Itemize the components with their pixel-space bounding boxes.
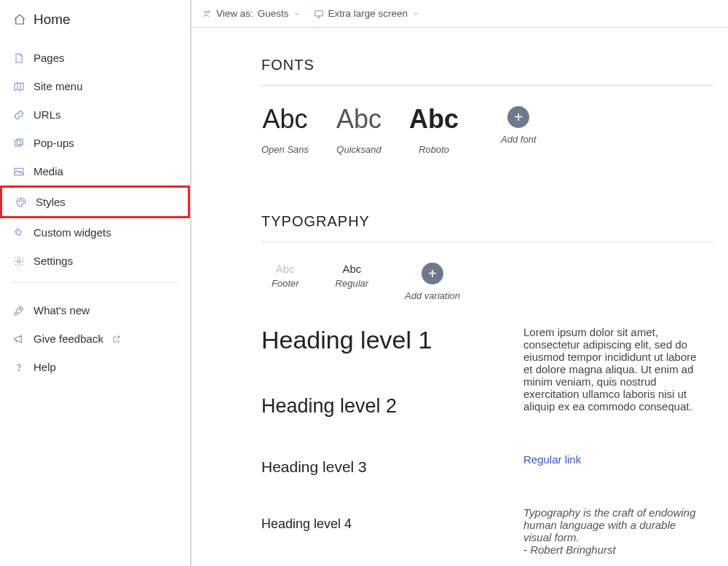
sidebar-item-label: Styles <box>36 196 66 208</box>
sidebar-item-styles[interactable]: Styles <box>0 186 190 218</box>
svg-point-8 <box>18 370 19 370</box>
font-sample: Abc <box>261 106 309 132</box>
plus-icon: + <box>507 106 529 128</box>
sidebar-item-label: Settings <box>33 255 73 267</box>
sidebar-item-pages[interactable]: Pages <box>0 44 190 72</box>
typography-variations: Abc Footer Abc Regular + Add variation <box>261 263 713 301</box>
sidebar-item-help[interactable]: Help <box>0 353 190 381</box>
quote-text[interactable]: Typography is the craft of endowing huma… <box>523 506 706 556</box>
typography-heading: TYPOGRAPHY <box>261 213 713 230</box>
sidebar-item-label: Media <box>33 165 63 178</box>
divider <box>261 242 713 242</box>
svg-rect-11 <box>314 10 323 15</box>
view-as-prefix: View as: <box>216 8 253 19</box>
person-icon <box>202 9 212 19</box>
content-scroll[interactable]: FONTS Abc Open Sans Abc Quicksand Abc Ro… <box>191 28 728 566</box>
sidebar-header[interactable]: Home <box>0 7 190 38</box>
topbar: View as: Guests Extra large screen <box>191 0 728 28</box>
sidebar-item-popups[interactable]: Pop-ups <box>0 129 190 157</box>
svg-point-4 <box>20 199 21 200</box>
sidebar-item-label: Give feedback <box>33 332 103 345</box>
typography-section: TYPOGRAPHY Abc Footer Abc Regular + Add … <box>261 213 713 556</box>
svg-point-10 <box>208 10 210 12</box>
sidebar-item-label: Pages <box>33 52 65 64</box>
sidebar-item-urls[interactable]: URLs <box>0 100 190 129</box>
fonts-heading: FONTS <box>261 57 713 73</box>
variation-sample: Abc <box>272 263 299 275</box>
sidebar-item-sitemenu[interactable]: Site menu <box>0 72 190 100</box>
variation-name: Regular <box>336 278 369 289</box>
media-icon <box>13 166 25 178</box>
svg-point-3 <box>19 201 20 202</box>
svg-point-6 <box>17 260 20 263</box>
chevron-down-icon <box>293 10 301 17</box>
svg-rect-1 <box>17 139 23 145</box>
sidebar-item-label: Site menu <box>33 80 83 92</box>
variation-name: Footer <box>272 278 299 289</box>
sidebar-item-customwidgets[interactable]: Custom widgets <box>0 218 190 247</box>
add-font-label: Add font <box>501 134 536 145</box>
puzzle-icon <box>13 227 25 239</box>
sidebar: Home Pages Site menu URLs Pop-ups Media <box>0 0 191 566</box>
heading-level-2[interactable]: Heading level 2 <box>261 395 480 418</box>
view-as-value: Guests <box>258 8 289 19</box>
rocket-icon <box>13 305 25 316</box>
plus-icon: + <box>422 263 443 284</box>
sidebar-item-feedback[interactable]: Give feedback <box>0 324 190 353</box>
sidebar-item-media[interactable]: Media <box>0 157 190 186</box>
sidebar-title: Home <box>33 12 71 28</box>
gear-icon <box>13 255 25 267</box>
font-tile-roboto[interactable]: Abc Roboto <box>409 106 459 155</box>
chevron-down-icon <box>412 10 419 17</box>
font-sample: Abc <box>409 106 459 132</box>
sidebar-item-label: Pop-ups <box>33 137 74 149</box>
screen-size-selector[interactable]: Extra large screen <box>314 8 420 19</box>
heading-level-1[interactable]: Heading level 1 <box>261 326 480 354</box>
sidebar-footer-group: What's new Give feedback Help <box>0 290 190 381</box>
map-icon <box>13 81 25 92</box>
add-variation-button[interactable]: + Add variation <box>405 263 460 301</box>
sidebar-item-label: URLs <box>33 108 61 121</box>
headings-column: Heading level 1 Heading level 2 Heading … <box>261 326 480 556</box>
svg-point-5 <box>23 201 23 202</box>
screen-size-value: Extra large screen <box>328 8 408 19</box>
svg-point-9 <box>205 10 207 12</box>
sidebar-main-group: Pages Site menu URLs Pop-ups Media Style… <box>0 38 190 275</box>
heading-level-3[interactable]: Heading level 3 <box>261 458 480 476</box>
megaphone-icon <box>13 333 25 345</box>
help-icon <box>13 362 25 373</box>
popup-icon <box>13 137 25 149</box>
fonts-row: Abc Open Sans Abc Quicksand Abc Roboto +… <box>261 106 713 155</box>
font-name: Roboto <box>409 144 459 155</box>
monitor-icon <box>314 9 324 19</box>
external-link-icon <box>112 335 121 343</box>
svg-rect-0 <box>15 140 21 146</box>
sidebar-divider <box>12 282 178 283</box>
page-icon <box>13 52 25 64</box>
link-icon <box>13 109 25 121</box>
main-panel: View as: Guests Extra large screen FONTS… <box>191 0 728 566</box>
typography-body: Heading level 1 Heading level 2 Heading … <box>261 326 713 556</box>
font-name: Quicksand <box>336 144 381 155</box>
sidebar-item-label: Help <box>33 361 56 373</box>
sidebar-item-whatsnew[interactable]: What's new <box>0 296 190 324</box>
variation-regular[interactable]: Abc Regular <box>336 263 369 289</box>
sidebar-item-label: What's new <box>33 304 90 316</box>
svg-point-7 <box>20 308 21 310</box>
lorem-text[interactable]: Lorem ipsum dolor sit amet, consectetur … <box>523 326 706 412</box>
variation-sample: Abc <box>336 263 369 275</box>
add-variation-label: Add variation <box>405 290 460 301</box>
sidebar-item-settings[interactable]: Settings <box>0 247 190 275</box>
fonts-section: FONTS Abc Open Sans Abc Quicksand Abc Ro… <box>261 57 713 155</box>
heading-level-4[interactable]: Heading level 4 <box>261 517 480 532</box>
font-tile-quicksand[interactable]: Abc Quicksand <box>336 106 381 155</box>
home-icon <box>13 13 26 26</box>
palette-icon <box>15 196 27 208</box>
regular-link[interactable]: Regular link <box>523 453 581 466</box>
add-font-button[interactable]: + Add font <box>501 106 536 145</box>
font-tile-opensans[interactable]: Abc Open Sans <box>261 106 309 155</box>
sidebar-item-label: Custom widgets <box>33 226 111 239</box>
samples-column: Lorem ipsum dolor sit amet, consectetur … <box>523 326 713 556</box>
view-as-selector[interactable]: View as: Guests <box>202 8 301 19</box>
variation-footer[interactable]: Abc Footer <box>272 263 299 289</box>
